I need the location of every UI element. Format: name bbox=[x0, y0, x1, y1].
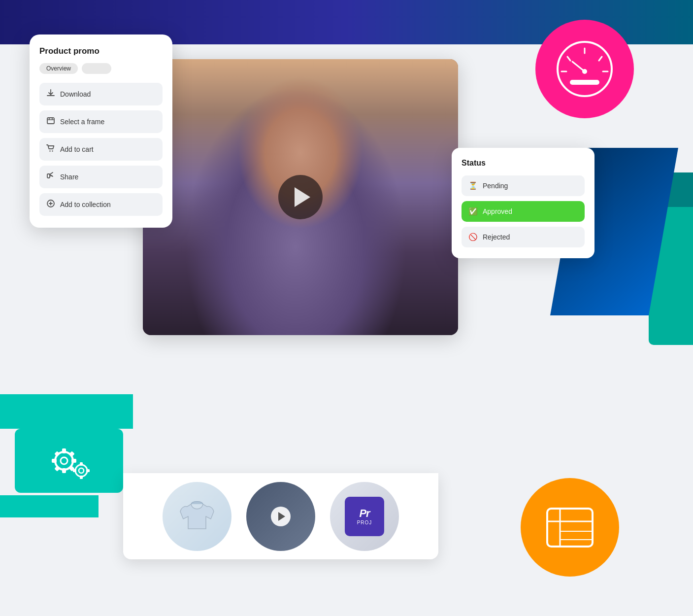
orange-circle-bg bbox=[521, 478, 619, 577]
add-to-collection-button[interactable]: Add to collection bbox=[39, 193, 163, 216]
select-frame-button[interactable]: Select a frame bbox=[39, 110, 163, 133]
approved-label: Approved bbox=[483, 207, 512, 215]
play-triangle bbox=[295, 187, 310, 207]
frame-icon bbox=[46, 116, 55, 127]
premiere-icon: Pr PROJ bbox=[345, 497, 384, 536]
table-icon bbox=[545, 507, 594, 548]
video-play-icon bbox=[271, 507, 291, 526]
rejected-label: Rejected bbox=[483, 233, 510, 241]
svg-point-32 bbox=[52, 150, 53, 151]
bg-teal-strip bbox=[0, 394, 133, 429]
status-panel: Status ⏳ Pending ✅ Approved 🚫 Rejected bbox=[452, 148, 594, 258]
tab-overview[interactable]: Overview bbox=[39, 63, 78, 74]
add-to-cart-button[interactable]: Add to cart bbox=[39, 138, 163, 161]
svg-rect-20 bbox=[54, 451, 60, 456]
svg-rect-16 bbox=[62, 448, 66, 453]
hourglass-icon: ⏳ bbox=[468, 181, 478, 190]
tab-inactive[interactable] bbox=[82, 63, 111, 74]
teal-gear-box bbox=[15, 429, 123, 493]
svg-rect-26 bbox=[80, 462, 83, 466]
svg-rect-9 bbox=[547, 509, 593, 547]
mobile-panel: Product promo Overview Download Select a… bbox=[30, 34, 172, 228]
status-rejected[interactable]: 🚫 Rejected bbox=[462, 227, 585, 247]
svg-line-3 bbox=[599, 57, 602, 61]
svg-rect-17 bbox=[62, 468, 66, 473]
status-pending[interactable]: ⏳ Pending bbox=[462, 175, 585, 196]
video-background bbox=[143, 59, 458, 335]
collection-icon bbox=[46, 199, 55, 210]
svg-rect-27 bbox=[80, 476, 83, 479]
select-frame-label: Select a frame bbox=[60, 118, 104, 126]
bg-teal-stripe-bottom bbox=[0, 495, 99, 517]
svg-point-31 bbox=[49, 150, 50, 151]
pending-label: Pending bbox=[483, 182, 508, 190]
share-label: Share bbox=[60, 173, 78, 181]
share-button[interactable]: Share bbox=[39, 166, 163, 188]
sweater-image bbox=[177, 497, 217, 536]
svg-rect-29 bbox=[86, 469, 90, 472]
gear-icon bbox=[42, 439, 96, 483]
svg-rect-30 bbox=[47, 118, 54, 124]
panel-title: Product promo bbox=[39, 46, 163, 56]
svg-rect-21 bbox=[69, 451, 74, 456]
svg-rect-8 bbox=[570, 80, 599, 85]
svg-rect-22 bbox=[54, 466, 60, 471]
video-panel bbox=[143, 59, 458, 335]
status-title: Status bbox=[462, 159, 585, 168]
svg-point-24 bbox=[75, 465, 87, 477]
thumbnail-sweater[interactable] bbox=[163, 482, 231, 551]
thumbnail-video[interactable] bbox=[246, 482, 315, 551]
svg-point-25 bbox=[79, 468, 84, 473]
download-button[interactable]: Download bbox=[39, 83, 163, 105]
status-approved[interactable]: ✅ Approved bbox=[462, 201, 585, 222]
thumbnail-project[interactable]: Pr PROJ bbox=[330, 482, 399, 551]
download-icon bbox=[46, 89, 55, 100]
svg-rect-19 bbox=[71, 459, 76, 463]
add-to-collection-label: Add to collection bbox=[60, 201, 111, 208]
tab-row: Overview bbox=[39, 63, 163, 74]
svg-point-7 bbox=[582, 69, 587, 74]
share-icon bbox=[46, 171, 55, 182]
play-tri bbox=[278, 512, 285, 521]
speedometer-icon bbox=[555, 39, 614, 99]
svg-point-15 bbox=[61, 457, 67, 464]
pr-text: Pr bbox=[359, 507, 369, 520]
svg-rect-28 bbox=[73, 469, 76, 472]
play-button[interactable] bbox=[278, 175, 323, 219]
add-to-cart-label: Add to cart bbox=[60, 145, 94, 153]
check-icon: ✅ bbox=[468, 207, 478, 216]
ban-icon: 🚫 bbox=[468, 233, 478, 241]
svg-line-2 bbox=[567, 57, 570, 61]
thumbnail-strip: Pr PROJ bbox=[123, 473, 438, 559]
download-label: Download bbox=[60, 90, 91, 98]
svg-rect-33 bbox=[47, 174, 50, 178]
pink-circle-bg bbox=[535, 20, 634, 118]
proj-text: PROJ bbox=[357, 520, 372, 525]
cart-icon bbox=[46, 144, 55, 155]
svg-rect-18 bbox=[52, 459, 57, 463]
